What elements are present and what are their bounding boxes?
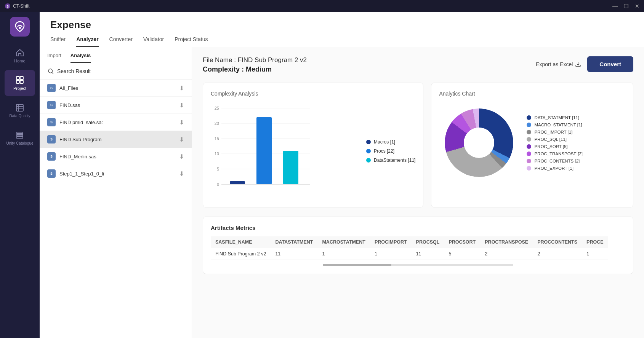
download-icon[interactable]: ⬇ xyxy=(179,119,184,126)
pie-dot-6 xyxy=(527,159,531,163)
bar-chart-area: 25 20 15 10 5 0 xyxy=(211,103,415,199)
table-row: FIND Sub Program 2 v2 11 1 1 11 5 2 2 1 xyxy=(211,248,608,260)
file-name: Step1_1_Step1_0_li xyxy=(59,171,175,177)
col-procimport: PROCIMPORT xyxy=(370,236,412,248)
right-panel: File Name : FIND Sub Program 2 v2 Comple… xyxy=(192,47,644,338)
legend-dot-procs xyxy=(366,149,371,153)
tab-project-status[interactable]: Project Status xyxy=(175,36,208,47)
download-icon[interactable]: ⬇ xyxy=(179,136,184,143)
sidebar-logo[interactable] xyxy=(10,17,30,37)
svg-text:0: 0 xyxy=(217,182,219,187)
file-icon: S xyxy=(47,169,56,178)
pie-dot-5 xyxy=(527,151,531,156)
svg-rect-26 xyxy=(230,181,245,184)
export-excel-button[interactable]: Export as Excel xyxy=(536,61,581,67)
pie-chart-area: DATA_STATMENT [11] MACRO_STATMENT [1] PR… xyxy=(439,103,625,183)
svg-point-31 xyxy=(464,128,494,158)
svg-point-11 xyxy=(48,69,53,73)
pie-dot-1 xyxy=(527,123,531,127)
file-name: FIND_Merlin.sas xyxy=(59,154,175,159)
download-icon[interactable]: ⬇ xyxy=(179,170,184,177)
search-result-header: Search Result xyxy=(40,63,192,80)
sidebar-item-unity-catalogue[interactable]: Unity Catalogue xyxy=(5,125,35,151)
complexity-display: Complexity : Medium xyxy=(203,65,307,73)
convert-button[interactable]: Convert xyxy=(587,56,633,72)
col-proce: PROCE xyxy=(582,236,608,248)
legend-label-procs: Procs [22] xyxy=(374,148,394,154)
chevron-down-icon[interactable] xyxy=(47,68,54,75)
file-item-find-merlin[interactable]: S FIND_Merlin.sas ⬇ xyxy=(40,148,192,165)
cell-proctranspose: 2 xyxy=(480,248,533,260)
sidebar-label-data-quality: Data Quality xyxy=(9,114,30,118)
close-button[interactable]: ✕ xyxy=(635,3,639,9)
pie-label-5: PROC_TRANSPOSE [2] xyxy=(534,151,583,156)
complexity-chart-card: Complexity Analysis 25 20 15 10 5 xyxy=(203,83,423,207)
bar-chart: 25 20 15 10 5 0 xyxy=(211,103,317,198)
pie-label-7: PROC_EXPORT [1] xyxy=(534,166,573,171)
sidebar-label-home: Home xyxy=(14,59,25,63)
file-item-all-files[interactable]: S All_Files ⬇ xyxy=(40,80,192,97)
file-name: FIND Sub Program xyxy=(59,137,175,142)
svg-rect-7 xyxy=(16,104,23,111)
tab-validator[interactable]: Validator xyxy=(143,36,164,47)
titlebar: S CT-Shift — ❐ ✕ xyxy=(0,0,644,12)
scrollbar-thumb[interactable] xyxy=(323,264,391,266)
svg-rect-28 xyxy=(283,151,298,184)
tab-analyzer[interactable]: Analyzer xyxy=(76,36,98,47)
minimize-button[interactable]: — xyxy=(612,3,618,9)
pie-legend-proc-sql: PROC_SQL [11] xyxy=(527,137,583,142)
cell-macrostatment: 1 xyxy=(317,248,370,260)
tab-converter[interactable]: Converter xyxy=(109,36,133,47)
file-item-step1[interactable]: S Step1_1_Step1_0_li ⬇ xyxy=(40,165,192,182)
maximize-button[interactable]: ❐ xyxy=(624,3,629,9)
download-icon[interactable]: ⬇ xyxy=(179,102,184,109)
pie-label-2: PROC_IMPORT [1] xyxy=(534,130,572,134)
legend-macros: Macros [1] xyxy=(366,139,415,145)
svg-text:S: S xyxy=(6,5,9,8)
left-panel: Import Analysis Search Result S All_File… xyxy=(40,47,192,338)
sidebar-item-project[interactable]: Project xyxy=(5,70,35,96)
svg-text:15: 15 xyxy=(215,136,219,141)
metrics-table-wrapper[interactable]: SASFILE_NAME DATASTATMENT MACROSTATMENT … xyxy=(211,236,625,260)
file-name: All_Files xyxy=(59,85,175,91)
table-header-row: SASFILE_NAME DATASTATMENT MACROSTATMENT … xyxy=(211,236,608,248)
analysis-header: File Name : FIND Sub Program 2 v2 Comple… xyxy=(203,56,633,73)
cell-datastatment: 11 xyxy=(271,248,317,260)
svg-rect-3 xyxy=(16,77,19,80)
download-icon[interactable]: ⬇ xyxy=(179,153,184,160)
cell-procimport: 1 xyxy=(370,248,412,260)
pie-legend-proc-import: PROC_IMPORT [1] xyxy=(527,130,583,134)
sidebar-label-unity-catalogue: Unity Catalogue xyxy=(6,141,33,145)
export-label: Export as Excel xyxy=(536,61,573,67)
pie-label-0: DATA_STATMENT [11] xyxy=(534,115,579,120)
col-macrostatment: MACROSTATMENT xyxy=(317,236,370,248)
tab-sniffer[interactable]: Sniffer xyxy=(50,36,66,47)
file-list: S All_Files ⬇ S FIND.sas ⬇ S FIND pmid_s… xyxy=(40,80,192,338)
col-proccontents: PROCCONTENTS xyxy=(533,236,582,248)
header: Expense Sniffer Analyzer Converter Valid… xyxy=(40,12,644,47)
file-name: FIND pmid_sale.sa: xyxy=(59,120,175,125)
app-title: CT-Shift xyxy=(13,3,29,9)
svg-point-2 xyxy=(19,27,21,29)
cell-procsql: 11 xyxy=(412,248,444,260)
file-title: File Name : FIND Sub Program 2 v2 xyxy=(203,56,307,64)
cell-sasfile-name: FIND Sub Program 2 v2 xyxy=(211,248,271,260)
file-item-find-pmid[interactable]: S FIND pmid_sale.sa: ⬇ xyxy=(40,114,192,131)
file-item-find-sub-program[interactable]: S FIND Sub Program ⬇ xyxy=(40,131,192,148)
svg-text:5: 5 xyxy=(217,167,219,171)
download-icon[interactable]: ⬇ xyxy=(179,84,184,92)
search-result-label: Search Result xyxy=(57,68,91,74)
file-item-find-sas[interactable]: S FIND.sas ⬇ xyxy=(40,97,192,114)
pie-chart xyxy=(439,103,519,183)
subtab-analysis[interactable]: Analysis xyxy=(70,53,91,63)
sidebar-item-data-quality[interactable]: Data Quality xyxy=(5,97,35,123)
file-info: File Name : FIND Sub Program 2 v2 Comple… xyxy=(203,56,307,73)
action-buttons: Export as Excel Convert xyxy=(536,56,633,72)
legend-dot-macros xyxy=(366,140,371,144)
sidebar-item-home[interactable]: Home xyxy=(5,43,35,69)
pie-label-1: MACRO_STATMENT [1] xyxy=(534,123,582,127)
legend-dot-datastatements xyxy=(366,158,371,163)
subtab-import[interactable]: Import xyxy=(47,53,61,63)
svg-rect-5 xyxy=(16,80,19,83)
horizontal-scrollbar[interactable] xyxy=(211,264,625,266)
